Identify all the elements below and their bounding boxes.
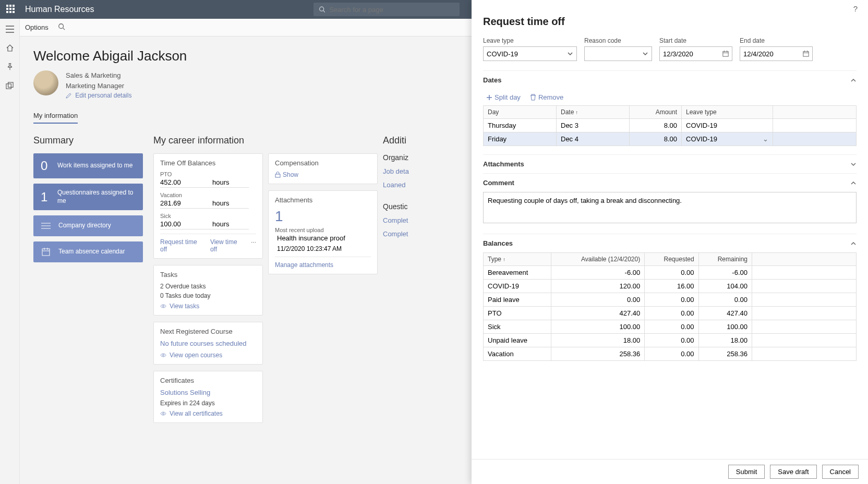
cell-blank <box>773 119 857 132</box>
col-amount[interactable]: Amount <box>630 106 682 119</box>
view-certs-link[interactable]: View all certificates <box>160 410 256 417</box>
svg-point-7 <box>59 24 64 29</box>
cell-remaining: 427.40 <box>698 307 752 320</box>
card-attachments: Attachments 1 Most recent upload Health … <box>268 190 378 274</box>
dates-title: Dates <box>483 76 501 84</box>
cell-blank <box>752 293 857 307</box>
cell-amount: 8.00 <box>630 119 682 132</box>
pto-label: PTO <box>160 171 256 177</box>
no-courses-text: No future courses scheduled <box>160 340 256 347</box>
calendar-icon <box>41 247 51 257</box>
cert-expire: Expires in 224 days <box>160 400 256 407</box>
col-blank <box>752 253 857 266</box>
col-type[interactable]: Type↑ <box>484 253 551 266</box>
col-blank <box>773 106 857 119</box>
chevron-down-icon[interactable]: ⌄ <box>763 135 768 143</box>
table-row: Unpaid leave18.000.0018.00 <box>484 334 857 347</box>
sick-value: 100.00 <box>160 220 197 228</box>
col-leave-type[interactable]: Leave type <box>682 106 773 119</box>
vacation-value: 281.69 <box>160 199 197 207</box>
col-remaining[interactable]: Remaining <box>698 253 752 266</box>
options-button[interactable]: Options <box>25 23 49 31</box>
table-row: Sick100.000.00100.00 <box>484 320 857 334</box>
app-launcher-icon[interactable] <box>6 5 16 14</box>
section-comment-header[interactable]: Comment <box>483 173 857 192</box>
global-search[interactable] <box>314 3 460 16</box>
section-attachments-header[interactable]: Attachments <box>483 154 857 173</box>
app-title: Human Resources <box>25 5 94 14</box>
section-balances-header[interactable]: Balances <box>483 234 857 252</box>
cell-remaining: 258.36 <box>698 347 752 361</box>
search-icon <box>319 6 326 13</box>
tile-work-items[interactable]: 0 Work items assigned to me <box>33 153 143 178</box>
view-time-off-link[interactable]: View time off <box>210 238 244 253</box>
request-time-off-link[interactable]: Request time off <box>160 238 203 253</box>
home-icon[interactable] <box>5 43 15 53</box>
card-attach-title: Attachments <box>275 196 371 204</box>
show-compensation-button[interactable]: Show <box>275 171 371 178</box>
cell-remaining: 18.00 <box>698 334 752 347</box>
end-date-label: End date <box>740 37 813 44</box>
cell-type: COVID-19 <box>484 280 551 293</box>
start-date-value: 12/3/2020 <box>663 50 693 58</box>
tile-questionnaires-count: 1 <box>41 190 50 204</box>
card-tasks-title: Tasks <box>160 271 256 279</box>
end-date-input[interactable]: 12/4/2020 <box>740 46 813 61</box>
hamburger-icon[interactable] <box>5 24 15 34</box>
table-row[interactable]: FridayDec 48.00COVID-19⌄ <box>484 132 857 146</box>
svg-rect-19 <box>275 174 280 177</box>
table-row: PTO427.400.00427.40 <box>484 307 857 320</box>
section-dates-header[interactable]: Dates <box>483 70 857 89</box>
eye-icon <box>160 410 166 417</box>
tile-company-directory[interactable]: Company directory <box>33 215 143 236</box>
submit-button[interactable]: Submit <box>728 465 765 479</box>
pin-icon[interactable] <box>5 62 15 72</box>
split-day-button[interactable]: Split day <box>486 93 521 101</box>
reason-dropdown[interactable] <box>584 46 652 61</box>
search-input[interactable] <box>329 6 454 14</box>
cell-leave-type[interactable]: COVID-19 <box>682 119 773 132</box>
leave-type-dropdown[interactable]: COVID-19 <box>483 46 577 61</box>
tile-team-absence[interactable]: Team absence calendar <box>33 241 143 262</box>
balances-title: Balances <box>483 239 513 247</box>
eye-icon <box>160 303 166 309</box>
start-date-input[interactable]: 12/3/2020 <box>659 46 732 61</box>
manage-attachments-link[interactable]: Manage attachments <box>275 261 333 269</box>
end-date-value: 12/4/2020 <box>743 50 774 58</box>
view-courses-link[interactable]: View open courses <box>160 352 256 359</box>
col-day[interactable]: Day <box>484 106 557 119</box>
svg-rect-6 <box>8 82 13 87</box>
cell-remaining: -6.00 <box>698 266 752 280</box>
comment-textarea[interactable] <box>483 192 857 223</box>
cell-requested: 0.00 <box>645 293 698 307</box>
vacation-unit: hours <box>212 199 230 207</box>
more-icon[interactable]: ··· <box>251 238 256 253</box>
calendar-icon <box>722 51 729 57</box>
col-available[interactable]: Available (12/4/2020) <box>551 253 644 266</box>
chevron-up-icon <box>850 77 857 83</box>
tab-my-information[interactable]: My information <box>33 108 78 124</box>
col-date[interactable]: Date↑ <box>557 106 630 119</box>
view-tasks-link[interactable]: View tasks <box>160 302 256 310</box>
cell-requested: 0.00 <box>645 334 698 347</box>
split-day-label: Split day <box>495 93 521 101</box>
cell-remaining: 0.00 <box>698 293 752 307</box>
cancel-button[interactable]: Cancel <box>822 465 859 479</box>
edit-personal-details-link[interactable]: Edit personal details <box>66 91 131 100</box>
cell-day: Friday <box>484 132 557 146</box>
cell-available: 427.40 <box>551 307 644 320</box>
cell-leave-type[interactable]: COVID-19⌄ <box>682 132 773 146</box>
save-draft-button[interactable]: Save draft <box>770 465 816 479</box>
module-icon[interactable] <box>5 80 15 91</box>
options-search-icon[interactable] <box>58 23 65 32</box>
col-requested[interactable]: Requested <box>645 253 698 266</box>
comment-title: Comment <box>483 179 514 187</box>
table-row[interactable]: ThursdayDec 38.00COVID-19 <box>484 119 857 132</box>
tile-questionnaires[interactable]: 1 Questionnaires assigned to me <box>33 184 143 210</box>
cell-blank <box>752 334 857 347</box>
cert-name[interactable]: Solutions Selling <box>160 389 256 396</box>
remove-button[interactable]: Remove <box>530 93 563 101</box>
help-icon[interactable]: ? <box>853 4 858 13</box>
view-tasks-label: View tasks <box>170 302 199 310</box>
vacation-label: Vacation <box>160 192 256 198</box>
